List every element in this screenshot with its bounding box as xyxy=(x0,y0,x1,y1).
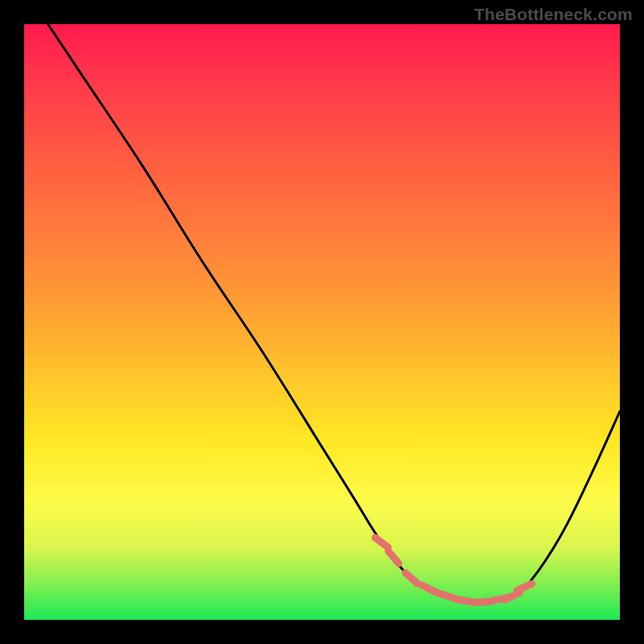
highlight-marker xyxy=(406,573,418,584)
plot-area xyxy=(24,24,620,620)
curve-svg xyxy=(24,24,620,620)
chart-frame: TheBottleneck.com xyxy=(0,0,644,644)
optimal-region-markers xyxy=(375,538,532,602)
highlight-marker xyxy=(517,584,531,590)
highlight-marker xyxy=(475,601,491,602)
bottleneck-curve xyxy=(48,24,620,602)
highlight-marker xyxy=(422,585,436,592)
highlight-marker xyxy=(440,593,455,598)
watermark-text: TheBottleneck.com xyxy=(474,5,633,24)
highlight-marker xyxy=(388,551,398,564)
highlight-marker xyxy=(457,600,473,602)
highlight-marker xyxy=(375,538,388,547)
